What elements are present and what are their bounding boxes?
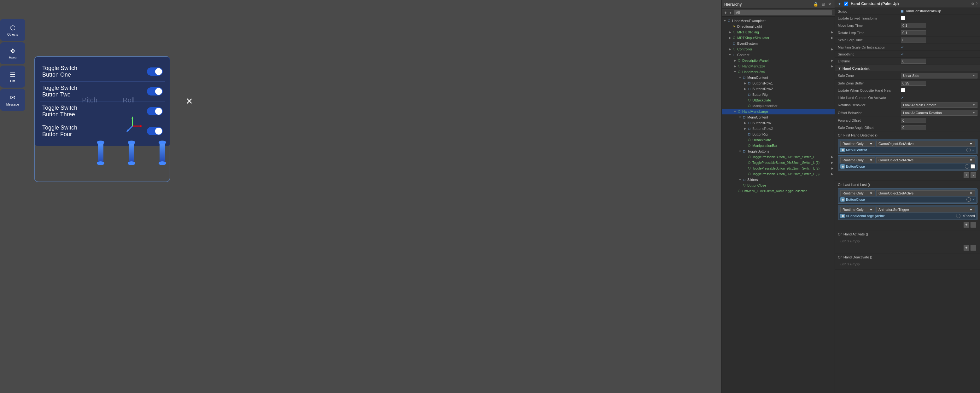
event-last-add-btn[interactable]: + [964,222,969,228]
update-linked-row: Update Linked Transform [835,15,980,22]
tree-item-togglebtns[interactable]: ▼ ◻ ToggleButtons [722,149,835,154]
tree-item-uibackplate1[interactable]: ⬡ UIBackplate [722,97,835,103]
event-func-1[interactable]: GameObject.SetActive ▼ [876,141,975,147]
event-runtime-1[interactable]: Runtime Only ▼ [840,141,875,147]
update-linked-label: Update Linked Transform [838,16,901,20]
tree-item-handmenu2x4[interactable]: ▼ ⬡ HandMenu2x4 [722,69,835,75]
on-hand-activate-section: On Hand Activate () List is Empty + - [835,230,980,254]
rotation-behavior-dropdown[interactable]: Look At Main Camera ▼ [901,102,977,108]
tree-item-eventsys[interactable]: ◻ EventSystem [722,41,835,46]
hierarchy-layout-button[interactable]: ⊞ [821,2,826,6]
message-label: Message [6,103,19,106]
hierarchy-content[interactable]: ▼ ⬡ HandMenuExamples* ⋮ ☀ Directional Li… [722,17,835,393]
event-obj-circle-2[interactable] [965,164,969,169]
rotate-lerp-input[interactable] [901,30,926,35]
tree-item-btnsrow1[interactable]: ▶ ◻ ButtonsRow1 [722,80,835,86]
tree-item-controller[interactable]: ▶ ⬡ Controller ▶ [722,46,835,52]
tree-item-manipbar2[interactable]: ⬡ ManipulationBar [722,143,835,149]
safe-zone-dropdown[interactable]: Ulnar Side ▼ [901,73,977,78]
hierarchy-close-button[interactable]: ✕ [827,2,832,6]
tree-item-mrtkInput[interactable]: ▶ ⬡ MRTKInputSimulator ▶ [722,35,835,41]
event-first-remove-btn[interactable]: - [970,173,976,178]
toggle-switch-4[interactable] [147,127,163,135]
tree-menu-0[interactable]: ⋮ [830,19,834,22]
update-opposite-checkbox[interactable] [901,88,905,92]
tree-item-toggle3[interactable]: ⬡ TogglePressableButton_96x32mm_Switch_L… [722,171,835,177]
tree-expand-2[interactable]: ▶ [831,30,834,34]
tree-item-menucontent1[interactable]: ▼ ◻ MenuContent [722,75,835,80]
safezone-angle-input[interactable] [901,125,926,130]
offset-behavior-dropdown[interactable]: Look At Camera Rotation ▼ [901,110,977,116]
tree-icon-2: ⬡ [732,30,736,34]
event-activate-add-btn[interactable]: + [964,245,969,250]
tree-item-uibackplate2[interactable]: ⬡ UIBackplate [722,137,835,143]
tree-expand-8[interactable]: ▶ [831,65,834,68]
update-linked-checkbox[interactable] [901,16,905,20]
tree-item-listmenu[interactable]: ⬡ ListMenu_168x168mm_RadioToggleCollecti… [722,188,835,194]
move-lerp-input[interactable] [901,23,926,28]
tree-expand-27[interactable]: ▶ [831,173,834,176]
tree-item-toggle0[interactable]: ⬡ TogglePressableButton_96x32mm_Switch_L… [722,154,835,160]
event-runtime-4[interactable]: Runtime Only ▼ [840,207,875,212]
tree-item-btnsrow2[interactable]: ▶ ◻ ButtonsRow2 [722,86,835,92]
tree-item-buttonrig1[interactable]: ◻ ButtonRig [722,92,835,97]
toggle-switch-2[interactable] [147,87,163,95]
tree-expand-3[interactable]: ▶ [831,36,834,40]
tree-expand-7[interactable]: ▶ [831,59,834,62]
tree-item-handmenuexamples[interactable]: ▼ ⬡ HandMenuExamples* ⋮ [722,18,835,24]
tree-item-descpanel[interactable]: ▶ ⬡ DescriptionPanel ▶ [722,58,835,63]
event-obj-circle-3[interactable] [966,197,971,202]
tree-item-buttonrig2[interactable]: ◻ ButtonRig [722,132,835,137]
on-hand-activate-title: On Hand Activate () [838,232,977,236]
tree-item-dirlight[interactable]: ☀ Directional Light [722,24,835,29]
hierarchy-panel: Hierarchy 🔒 ⊞ ✕ + ▼ ▼ ⬡ HandMenuExamples… [721,0,835,393]
event-runtime-2[interactable]: Runtime Only ▼ [840,157,875,163]
tree-icon-9: ⬡ [737,70,741,74]
tree-expand-25[interactable]: ▶ [831,161,834,164]
tree-item-handmenu1x4[interactable]: ▶ ⬡ HandMenu1x4 ▶ [722,63,835,69]
scale-lerp-input[interactable] [901,38,926,43]
tree-item-toggle2[interactable]: ⬡ TogglePressableButton_96x32mm_Switch_L… [722,165,835,171]
tree-item-btnclose[interactable]: ⬡ ButtonClose [722,182,835,188]
tree-item-manipbar1[interactable]: ⬡ ManipulationBar [722,103,835,109]
event-func-4[interactable]: Animator.SetTrigger ▼ [876,207,975,212]
close-button[interactable]: × [186,95,192,108]
tree-item-content[interactable]: ▼ ◻ Content [722,52,835,58]
settings-icon[interactable]: ⚙ [971,2,974,6]
safe-zone-buffer-row: Safe Zone Buffer [835,80,980,87]
event-func-3[interactable]: GameObject.SetActive ▼ [876,190,975,196]
lifetime-input[interactable] [901,59,926,63]
tree-item-menucontent2[interactable]: ▼ ◻ MenuContent [722,114,835,120]
hierarchy-lock-button[interactable]: 🔒 [813,2,819,6]
tree-expand-26[interactable]: ▶ [831,167,834,170]
tree-item-handmenularge[interactable]: ▼ ⬡ HandMenuLarge [722,109,835,114]
component-enable-checkbox[interactable] [844,2,848,6]
tree-expand-24[interactable]: ▶ [831,155,834,158]
event-obj-check-2[interactable] [970,164,975,169]
event-first-add-btn[interactable]: + [964,173,969,178]
help-icon[interactable]: ? [975,2,977,6]
tree-item-btnsrow1b[interactable]: ▶ ◻ ButtonsRow1 [722,120,835,126]
tree-label-23: ToggleButtons [747,149,769,153]
event-obj-circle-4[interactable] [956,214,961,218]
event-obj-circle-1[interactable] [966,148,971,152]
tree-item-sliders[interactable]: ▼ ◻ Sliders [722,177,835,182]
hierarchy-add-button[interactable]: + [724,10,727,15]
tree-label-13: ButtonRig [752,93,767,97]
event-func-2[interactable]: GameObject.SetActive ▼ [876,157,975,163]
event-runtime-3[interactable]: Runtime Only ▼ [840,190,875,196]
tree-expand-5[interactable]: ▶ [831,48,834,51]
objects-button[interactable]: ⬡ Objects [0,19,25,41]
forward-offset-input[interactable] [901,118,926,123]
hierarchy-search-input[interactable] [734,10,832,15]
event-last-remove-btn[interactable]: - [970,222,976,228]
tree-item-mrtkxr[interactable]: ▶ ⬡ MRTK XR Rig ▶ [722,29,835,35]
cylinder-1 [98,142,103,164]
event-activate-remove-btn[interactable]: - [970,245,976,250]
toggle-switch-1[interactable] [147,67,163,76]
safe-zone-buffer-input[interactable] [901,81,926,86]
tree-item-toggle1[interactable]: ⬡ TogglePressableButton_96x32mm_Switch_L… [722,160,835,165]
toggle-switch-3[interactable] [147,107,163,115]
tree-item-btnsrow2b[interactable]: ▶ ◻ ButtonsRow2 [722,126,835,132]
tree-label-22: ManipulationBar [752,144,778,147]
